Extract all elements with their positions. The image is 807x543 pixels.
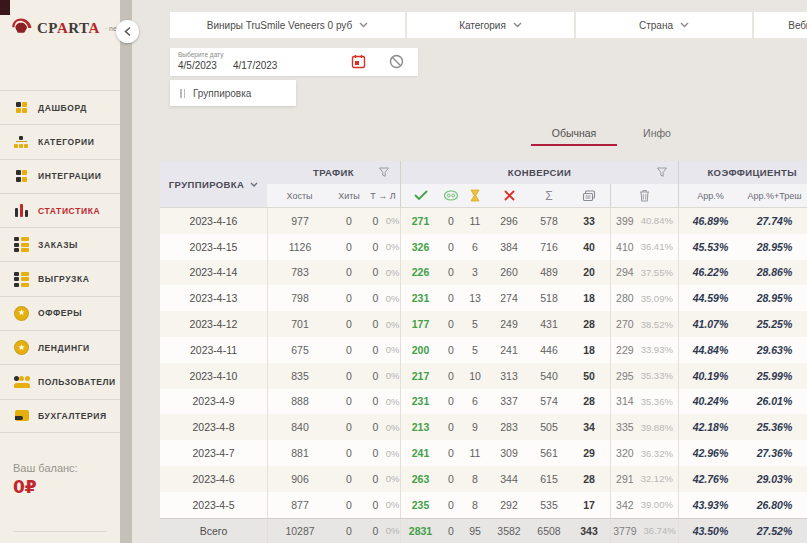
sidebar-divider xyxy=(13,531,107,532)
cell-callback: 0 xyxy=(440,414,462,440)
sidebar-item-statistics[interactable]: СТАТИСТИКА xyxy=(0,193,120,227)
cell-app-trash-pct: 28.95% xyxy=(742,285,807,311)
table-row[interactable]: 2023-4-6 906 0 0 0% 263 0 8 344 615 28 2… xyxy=(160,466,807,492)
cell-date: 2023-4-14 xyxy=(160,260,267,286)
cell-app-trash-pct: 25.25% xyxy=(742,311,807,337)
table-row[interactable]: 2023-4-13 798 0 0 0% 231 0 13 274 518 18… xyxy=(160,285,807,311)
country-filter-dropdown[interactable]: Страна xyxy=(576,12,752,38)
tab-normal[interactable]: Обычная xyxy=(531,127,617,139)
sub-header-row: Хосты Хиты Т → Л Σ xyxy=(267,184,807,208)
cell-hits: 0 xyxy=(332,337,366,363)
cell-app-pct: 43.50% xyxy=(678,519,742,543)
traffic-to-lead-column-header[interactable]: Т → Л xyxy=(366,184,400,207)
cell-trash: 270 38.52% xyxy=(610,311,678,337)
table-row[interactable]: 2023-4-12 701 0 0 0% 177 0 5 249 431 28 … xyxy=(160,311,807,337)
clear-date-icon[interactable] xyxy=(389,54,404,69)
tab-info[interactable]: Инфо xyxy=(632,127,682,139)
table-row[interactable]: 2023-4-15 1126 0 0 0% 326 0 6 384 716 40… xyxy=(160,234,807,260)
sidebar-item-integrations[interactable]: ИНТЕГРАЦИИ xyxy=(0,159,120,193)
cell-hits: 0 xyxy=(332,414,366,440)
conversions-filter-icon[interactable] xyxy=(656,166,668,178)
statistics-icon xyxy=(13,204,30,217)
sidebar-scrollbar[interactable] xyxy=(120,0,132,543)
cell-approved: 177 xyxy=(400,311,440,337)
traffic-filter-icon[interactable] xyxy=(378,166,390,178)
callback-oval-icon[interactable] xyxy=(440,184,462,207)
sidebar-item-dashboard[interactable]: ДАШБОРД xyxy=(0,90,120,124)
logo[interactable]: CPARTA · net xyxy=(8,16,119,40)
grouping-column-header[interactable]: ГРУППИРОВКА xyxy=(160,161,267,208)
hits-column-header[interactable]: Хиты xyxy=(332,184,366,207)
sidebar-item-label: ИНТЕГРАЦИИ xyxy=(38,171,101,181)
cell-trash: 280 35.09% xyxy=(610,285,678,311)
table-row[interactable]: 2023-4-10 835 0 0 0% 217 0 10 313 540 50… xyxy=(160,363,807,389)
pending-hourglass-icon[interactable] xyxy=(462,184,488,207)
table-row[interactable]: 2023-4-8 840 0 0 0% 213 0 9 283 505 34 3… xyxy=(160,414,807,440)
categories-icon xyxy=(13,136,30,148)
cell-trash: 320 36.32% xyxy=(610,440,678,466)
cell-callback: 0 xyxy=(440,234,462,260)
app-trash-pct-column-header[interactable]: App.%+Треш xyxy=(742,184,807,207)
cell-hosts: 835 xyxy=(267,363,332,389)
offer-filter-dropdown[interactable]: Виниры TruSmile Veneers 0 руб xyxy=(170,12,405,38)
cell-callback: 0 xyxy=(440,466,462,492)
duplicates-icon[interactable] xyxy=(568,184,610,207)
cell-pending: 11 xyxy=(462,208,488,234)
cell-rejected: 249 xyxy=(488,311,530,337)
trash-count: 342 xyxy=(616,499,634,511)
table-row[interactable]: 2023-4-5 877 0 0 0% 235 0 8 292 535 17 3… xyxy=(160,492,807,518)
sidebar-item-accounting[interactable]: БУХГАЛТЕРИЯ xyxy=(0,399,120,433)
chevron-down-icon xyxy=(359,22,368,28)
sidebar-item-orders[interactable]: ЗАКАЗЫ xyxy=(0,227,120,261)
cell-trash: 335 39.88% xyxy=(610,414,678,440)
sidebar-item-landings[interactable]: ★ ЛЕНДИНГИ xyxy=(0,330,120,364)
category-filter-dropdown[interactable]: Категория xyxy=(407,12,574,38)
cell-app-trash-pct: 27.74% xyxy=(742,208,807,234)
approved-check-icon[interactable] xyxy=(400,184,440,207)
sum-sigma-icon[interactable]: Σ xyxy=(530,184,568,207)
cell-app-pct: 42.18% xyxy=(678,414,742,440)
cell-date: 2023-4-12 xyxy=(160,311,267,337)
webmaster-filter-dropdown[interactable]: Вебм xyxy=(754,12,807,38)
date-from[interactable]: 4/5/2023 xyxy=(178,60,217,71)
sidebar-item-export[interactable]: ВЫГРУЗКА xyxy=(0,261,120,295)
calendar-icon[interactable] xyxy=(351,54,366,69)
trash-pct: 40.84% xyxy=(641,215,673,226)
cell-app-trash-pct: 27.36% xyxy=(742,440,807,466)
hosts-column-header[interactable]: Хосты xyxy=(267,184,332,207)
date-to[interactable]: 4/17/2023 xyxy=(233,60,278,71)
table-row[interactable]: Всего 10287 0 0 0% 2831 0 95 3582 6508 3… xyxy=(160,518,807,543)
sidebar-item-categories[interactable]: КАТЕГОРИИ xyxy=(0,124,120,158)
sidebar-item-users[interactable]: ПОЛЬЗОВАТЕЛИ xyxy=(0,364,120,398)
cell-duplicates: 28 xyxy=(568,311,610,337)
cell-duplicates: 20 xyxy=(568,260,610,286)
sidebar-collapse-button[interactable] xyxy=(116,20,139,43)
app-pct-column-header[interactable]: App.% xyxy=(678,184,742,207)
table-row[interactable]: 2023-4-14 783 0 0 0% 226 0 3 260 489 20 … xyxy=(160,260,807,286)
balance-label: Ваш баланс: xyxy=(13,462,78,474)
date-picker-label: Выберите дату xyxy=(178,51,223,58)
cell-pending: 5 xyxy=(462,337,488,363)
orders-icon xyxy=(13,237,30,252)
grouping-button[interactable]: Группировка xyxy=(170,80,296,106)
cell-traffic-to-lead-pct: 0% xyxy=(385,466,400,492)
cell-total: 574 xyxy=(530,389,568,415)
cell-date: 2023-4-6 xyxy=(160,466,267,492)
trash-pct: 37.55% xyxy=(641,267,673,278)
date-range-picker[interactable]: Выберите дату 4/5/2023 4/17/2023 xyxy=(170,48,418,76)
trash-icon[interactable] xyxy=(610,184,678,207)
table-row[interactable]: 2023-4-7 881 0 0 0% 241 0 11 309 561 29 … xyxy=(160,440,807,466)
cell-pending: 6 xyxy=(462,234,488,260)
cell-app-trash-pct: 28.86% xyxy=(742,260,807,286)
rejected-cross-icon[interactable] xyxy=(488,184,530,207)
cell-pending: 3 xyxy=(462,260,488,286)
accounting-icon xyxy=(13,410,30,421)
cell-total: 716 xyxy=(530,234,568,260)
sidebar-item-offers[interactable]: ★ ОФФЕРЫ xyxy=(0,296,120,330)
cell-rejected: 260 xyxy=(488,260,530,286)
table-row[interactable]: 2023-4-9 888 0 0 0% 231 0 6 337 574 28 3… xyxy=(160,389,807,415)
cell-hits: 0 xyxy=(332,363,366,389)
sidebar-item-label: СТАТИСТИКА xyxy=(38,206,100,216)
table-row[interactable]: 2023-4-16 977 0 0 0% 271 0 11 296 578 33… xyxy=(160,208,807,234)
table-row[interactable]: 2023-4-11 675 0 0 0% 200 0 5 241 446 18 … xyxy=(160,337,807,363)
